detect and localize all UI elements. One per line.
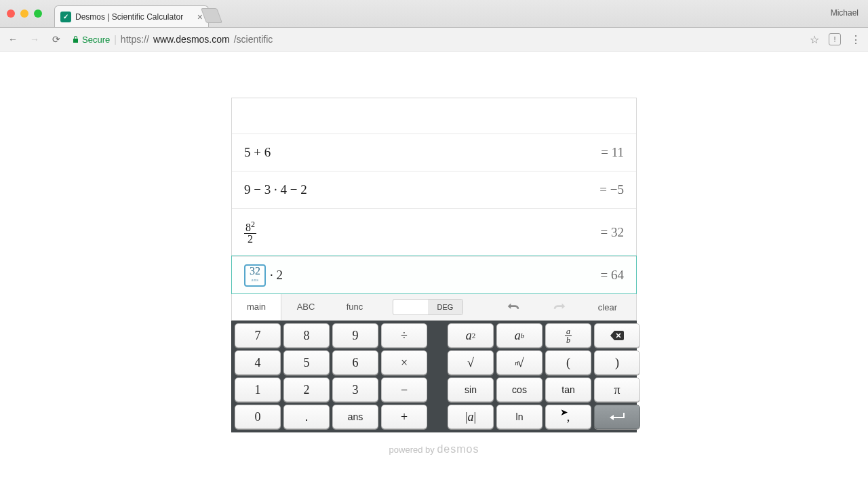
tab-func[interactable]: func (330, 294, 379, 320)
favicon-icon: ✓ (60, 12, 71, 22)
key-divide[interactable]: ÷ (381, 323, 427, 348)
browser-tabstrip: ✓ Desmos | Scientific Calculator × Micha… (0, 0, 868, 28)
key-sqrt[interactable]: √ (448, 350, 494, 375)
enter-icon (610, 413, 625, 421)
url-host: www.desmos.com (153, 34, 230, 45)
tab-abc[interactable]: ABC (281, 294, 330, 320)
frac-exponent: 2 (251, 220, 255, 229)
keypad-toolbar: main ABC func DEG clear (231, 294, 637, 321)
key-comma[interactable]: , (545, 405, 591, 429)
undo-icon (506, 302, 521, 311)
profile-badge[interactable]: Michael (831, 8, 859, 18)
key-tan[interactable]: tan (545, 378, 591, 402)
key-backspace[interactable] (594, 323, 640, 348)
backspace-icon (610, 331, 624, 340)
url-path: /scientific (234, 34, 273, 45)
address-bar[interactable]: Secure | https://www.desmos.com/scientif… (72, 34, 800, 45)
key-sin[interactable]: sin (448, 378, 494, 402)
key-1[interactable]: 1 (235, 378, 281, 402)
frac-denom: 2 (246, 234, 254, 245)
key-4[interactable]: 4 (235, 350, 281, 375)
history-result: = −5 (599, 182, 624, 197)
key-decimal[interactable]: . (283, 405, 330, 429)
key-2[interactable]: 2 (283, 378, 330, 402)
minimize-window-icon[interactable] (20, 9, 28, 18)
browser-toolbar: ← → ⟳ Secure | https://www.desmos.com/sc… (0, 28, 868, 52)
redo-button (552, 302, 570, 313)
key-plus[interactable]: + (381, 405, 427, 429)
key-pi[interactable]: π (594, 378, 640, 402)
key-cos[interactable]: cos (496, 378, 542, 402)
key-square[interactable]: a2 (448, 323, 494, 348)
key-ln[interactable]: ln (496, 405, 542, 429)
maximize-window-icon[interactable] (34, 9, 42, 18)
info-icon[interactable]: ! (829, 33, 841, 45)
history-result: = 32 (601, 225, 624, 240)
back-button[interactable]: ← (7, 34, 19, 45)
ans-label: ans (252, 275, 259, 285)
footer: powered by desmos (231, 443, 637, 455)
active-expr: 32 ans · 2 (244, 264, 601, 287)
key-fraction[interactable]: ab (545, 323, 591, 348)
secure-indicator: Secure (72, 35, 110, 45)
active-input-row[interactable]: 32 ans · 2 = 64 (232, 256, 636, 293)
history-expr: 5 + 6 (244, 145, 601, 160)
key-minus[interactable]: − (381, 378, 427, 402)
url-protocol: https:// (121, 34, 149, 45)
keypad-right: a2 ab ab √ n√ ( ) sin cos tan π |a| ln , (448, 323, 640, 429)
calculator: 5 + 6 = 11 9 − 3 · 4 − 2 = −5 82 2 = 32 (231, 98, 637, 455)
key-nthroot[interactable]: n√ (496, 350, 542, 375)
key-5[interactable]: 5 (283, 350, 330, 375)
frac-numer: 8 (245, 222, 251, 233)
page-content: 5 + 6 = 11 9 − 3 · 4 − 2 = −5 82 2 = 32 (0, 98, 868, 488)
key-power[interactable]: ab (496, 323, 542, 348)
browser-tab[interactable]: ✓ Desmos | Scientific Calculator × (54, 5, 209, 27)
history-row[interactable]: 9 − 3 · 4 − 2 = −5 (232, 171, 636, 208)
key-6[interactable]: 6 (332, 350, 378, 375)
key-9[interactable]: 9 (332, 323, 378, 348)
key-multiply[interactable]: × (381, 350, 427, 375)
key-enter[interactable] (594, 405, 640, 429)
forward-button: → (28, 34, 41, 45)
key-ans[interactable]: ans (332, 405, 378, 429)
keypad: 7 8 9 ÷ 4 5 6 × 1 2 3 − 0 . ans + a2 ab … (231, 321, 637, 432)
window-controls (7, 9, 42, 18)
key-lparen[interactable]: ( (545, 350, 591, 375)
display-blank-row[interactable] (232, 98, 636, 134)
tab-title: Desmos | Scientific Calculator (75, 12, 183, 22)
menu-icon[interactable]: ⋮ (850, 33, 861, 46)
angle-mode-toggle[interactable]: DEG (393, 299, 463, 315)
redo-icon (552, 302, 567, 311)
key-8[interactable]: 8 (283, 323, 330, 348)
undo-button[interactable] (506, 302, 524, 313)
ans-value: 32 (250, 266, 260, 276)
key-3[interactable]: 3 (332, 378, 378, 402)
display-area: 5 + 6 = 11 9 − 3 · 4 − 2 = −5 82 2 = 32 (231, 98, 637, 294)
key-rparen[interactable]: ) (594, 350, 640, 375)
clear-button[interactable]: clear (598, 302, 617, 312)
bookmark-icon[interactable]: ☆ (810, 33, 819, 46)
ans-chip[interactable]: 32 ans (244, 264, 266, 287)
lock-icon (72, 35, 79, 43)
close-window-icon[interactable] (7, 9, 15, 18)
footer-brand: desmos (437, 443, 479, 455)
key-7[interactable]: 7 (235, 323, 281, 348)
history-row[interactable]: 5 + 6 = 11 (232, 134, 636, 171)
deg-option[interactable]: DEG (428, 300, 462, 314)
active-suffix: · 2 (270, 268, 283, 283)
history-expr: 82 2 (244, 220, 601, 245)
key-abs[interactable]: |a| (448, 405, 494, 429)
secure-label: Secure (82, 35, 110, 45)
history-row[interactable]: 82 2 = 32 (232, 208, 636, 256)
rad-option[interactable] (393, 300, 428, 314)
history-expr: 9 − 3 · 4 − 2 (244, 182, 599, 197)
key-0[interactable]: 0 (235, 405, 281, 429)
active-result: = 64 (601, 268, 624, 283)
reload-button[interactable]: ⟳ (50, 34, 62, 45)
history-result: = 11 (601, 145, 624, 160)
keypad-left: 7 8 9 ÷ 4 5 6 × 1 2 3 − 0 . ans + (235, 323, 427, 429)
tab-main[interactable]: main (232, 294, 281, 320)
footer-prefix: powered by (389, 445, 437, 455)
